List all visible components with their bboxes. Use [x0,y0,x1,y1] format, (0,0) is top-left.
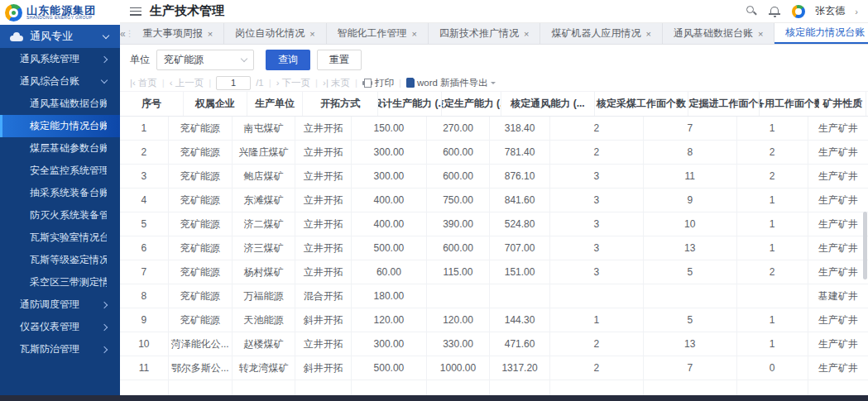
page-total-label: /1 [256,78,264,88]
table-header-cell[interactable]: 设计生产能力 (... [378,92,442,116]
tab[interactable]: 核定能力情况台账 × [774,23,868,44]
divider: | [162,78,165,88]
cell-backup-faces: 1 [737,236,808,260]
sidebar-item[interactable]: 通风系统管理 [0,48,120,70]
sidebar-item-label: 安全监控系统管理 [30,164,107,178]
cell-owner-company: 兖矿能源 [169,260,233,284]
sidebar-section-label: 通风专业 [30,29,97,44]
sidebar-item[interactable]: 通防调度管理 [0,294,120,316]
unit-select[interactable]: 兖矿能源 [156,50,254,70]
sidebar-item-label: 抽采系统装备台账 [30,186,107,200]
cell-production-unit: 鲍店煤矿 [233,165,296,188]
tab-close-icon[interactable]: × [524,29,529,39]
tab-close-icon[interactable]: × [645,29,650,39]
notification-bell-icon[interactable] [769,5,782,18]
cell-mine-type: 生产矿井 [808,117,868,140]
cell-approved-capacity [427,284,491,308]
cell-mining-method: 混合开拓 [295,284,352,308]
prev-page-button[interactable]: ‹ 上一页 [170,77,204,89]
tab-close-icon[interactable]: × [208,29,213,39]
sidebar-item[interactable]: 瓦斯防治管理 [0,338,120,360]
print-button[interactable]: 打印 [362,77,394,89]
table-row[interactable]: 6 兖矿能源 济三煤矿 立井开拓 500.00 600.00 707.00 3 … [120,236,868,260]
tab[interactable]: 智能化工作管理 × [327,23,429,44]
reset-button[interactable]: 重置 [317,50,362,70]
table-header-cell[interactable]: 备用工作面个数 [760,92,819,116]
vertical-scrollbar[interactable] [863,212,867,279]
cell-ventilation-capacity: 524.80 [490,212,549,236]
sidebar-item[interactable]: 通风基础数据台账 [0,93,120,115]
cell-backup-faces: 2 [737,260,808,284]
page-number-input[interactable] [216,76,251,90]
last-page-button[interactable]: ›| 末页 [323,77,350,89]
first-page-button[interactable]: |‹ 首页 [130,77,157,89]
cell-design-capacity: 300.00 [352,332,426,356]
sidebar-item[interactable]: 抽采系统装备台账 [0,182,120,204]
cell-mine-type: 基建矿井 [808,284,868,308]
next-page-button[interactable]: › 下一页 [276,77,310,89]
tab-close-icon[interactable]: × [412,29,417,39]
word-export-button[interactable]: word 新插件导出 [406,77,496,89]
table-row[interactable]: 5 兖矿能源 济二煤矿 立井开拓 400.00 390.00 524.80 3 … [120,212,868,236]
cell-mine-type: 生产矿井 [808,236,868,260]
table-row[interactable]: 4 兖矿能源 东滩煤矿 立井开拓 400.00 750.00 841.60 3 … [120,189,868,212]
chevron-right-icon [101,301,108,308]
tab-close-icon[interactable]: × [758,29,763,39]
table-header-cell[interactable]: 矿井性质 [819,92,866,116]
table-header-cell[interactable]: 核定采煤工作面个数 [595,92,688,116]
cell-seq: 10 [120,332,169,356]
sidebar-item[interactable]: 安全监控系统管理 [0,160,120,182]
cell-ventilation-capacity: 471.60 [490,332,549,356]
cell-mining-method: 立井开拓 [295,260,352,284]
table-header-row: 序号 权属企业 生产单位 开拓方式 设计生产能力 (... 核定生产能力 (..… [120,92,868,117]
tab[interactable]: 煤矿机器人应用情况 × [540,23,662,44]
user-name[interactable]: 张玄德 [815,4,845,18]
sidebar-section-ventilation[interactable]: 通风专业 [0,25,120,48]
sidebar-item[interactable]: 防灭火系统装备管理 [0,204,120,227]
sidebar-item-label: 通防调度管理 [20,298,79,312]
table-row[interactable]: 3 兖矿能源 鲍店煤矿 立井开拓 300.00 600.00 876.10 3 … [120,165,868,189]
sidebar-item-label: 核定能力情况台账 [30,119,107,133]
table-row[interactable]: 2 兖矿能源 兴隆庄煤矿 立井开拓 300.00 600.00 781.40 2… [120,141,868,165]
tab-close-icon[interactable]: × [309,29,314,39]
table-row[interactable]: 8 兖矿能源 万福能源 混合开拓 180.00 基建矿井 [120,284,868,308]
table-row[interactable]: 7 兖矿能源 杨村煤矿 立井开拓 60.00 115.00 151.00 3 5… [120,260,868,284]
sidebar-item[interactable]: 仪器仪表管理 [0,316,120,338]
table-row[interactable]: 11 鄂尔多斯公... 转龙湾煤矿 斜井开拓 500.00 1000.00 13… [120,356,868,380]
tab[interactable]: 重大事项周报 × [132,23,224,44]
cell-ventilation-capacity [490,284,549,308]
table-body: 1 兖矿能源 南屯煤矿 立井开拓 150.00 270.00 318.40 2 … [120,117,868,380]
sidebar-item[interactable]: 通风综合台账 [0,70,120,93]
brand-logo-area: 山东能源集团 SHANDONG ENERGY GROUP [0,0,120,25]
cell-production-unit: 万福能源 [233,284,296,308]
sidebar-item[interactable]: 采空区三带测定情况台账 [0,271,120,294]
sidebar-item[interactable]: 瓦斯等级鉴定情况台账 [0,249,120,271]
chevron-right-icon [101,55,108,62]
table-header-cell[interactable]: 核定通风能力 (... [501,92,595,116]
tab[interactable]: 四新技术推广情况 × [429,23,540,44]
table-header-cell[interactable]: 生产单位 [247,92,304,116]
sidebar-item[interactable]: 瓦斯实验室情况台账 [0,227,120,249]
cell-approved-capacity: 270.00 [427,117,491,140]
table-header-cell[interactable]: 序号 [120,92,184,116]
search-icon[interactable] [746,5,759,18]
sidebar-item[interactable]: 核定能力情况台账 [0,115,120,137]
tab[interactable]: 岗位自动化情况 × [224,23,326,44]
table-header-cell[interactable]: 开拓方式 [303,92,377,116]
avatar[interactable] [792,5,805,18]
sidebar-item[interactable]: 煤层基础参数台账 [0,137,120,160]
cell-design-capacity: 120.00 [352,308,426,332]
cell-coal-faces: 2 [550,332,644,356]
tabs-collapse-button[interactable]: « [120,23,126,44]
cell-approved-capacity: 330.00 [427,332,491,356]
table-row[interactable]: 9 兖矿能源 天池能源 斜井开拓 120.00 120.00 144.30 1 … [120,308,868,332]
table-row[interactable]: 10 菏泽能化公... 赵楼煤矿 立井开拓 300.00 330.00 471.… [120,332,868,356]
table-header-cell[interactable]: 核定掘进工作面个数 [688,92,760,116]
tab[interactable]: 通风基础数据台账 × [663,23,774,44]
table-header-cell[interactable]: 权属企业 [184,92,247,116]
menu-fold-icon[interactable] [130,7,141,16]
table-header-cell[interactable]: 核定生产能力 (... [442,92,501,116]
cell-backup-faces: 0 [737,356,808,380]
query-button[interactable]: 查询 [266,50,310,70]
table-row[interactable]: 1 兖矿能源 南屯煤矿 立井开拓 150.00 270.00 318.40 2 … [120,117,868,141]
